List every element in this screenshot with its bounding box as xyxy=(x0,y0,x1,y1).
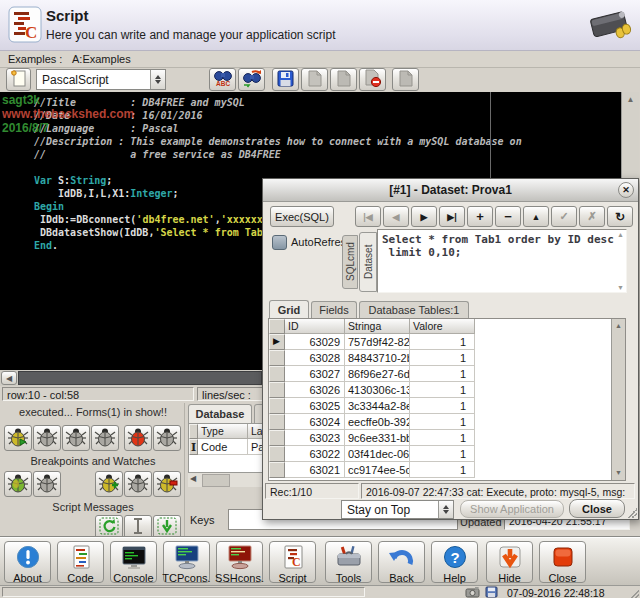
nav-first-button[interactable]: |◀ xyxy=(355,206,381,227)
row-selector[interactable]: ▶ xyxy=(269,334,285,350)
examples-value[interactable]: A:Examples xyxy=(72,53,131,65)
tab-fields[interactable]: Fields xyxy=(311,301,357,318)
toggle-breakpoint-button[interactable] xyxy=(4,471,32,497)
find-button[interactable]: ABC xyxy=(209,68,236,91)
row-selector[interactable] xyxy=(269,366,285,382)
help-button[interactable]: ?Help xyxy=(431,541,478,583)
row-selector[interactable] xyxy=(269,446,285,462)
grid-cell-id[interactable]: 63023 xyxy=(285,430,345,446)
clear-breakpoints-button[interactable] xyxy=(33,471,61,497)
console-button[interactable]: Console xyxy=(110,541,157,583)
sql-command-memo[interactable]: Select * from Tab1 order by ID desc limi… xyxy=(377,229,627,293)
autorefresh-checkbox[interactable] xyxy=(272,235,287,250)
grid-cell-valore[interactable]: 1 xyxy=(410,382,475,398)
code-button[interactable]: Code xyxy=(57,541,104,583)
insert-text-button[interactable] xyxy=(124,515,152,539)
paste-button[interactable] xyxy=(330,68,357,91)
language-select[interactable]: PascalScript xyxy=(36,69,166,90)
grid-cell-id[interactable]: 63028 xyxy=(285,350,345,366)
resize-grip[interactable] xyxy=(627,508,637,518)
grid-cell-stringa[interactable]: cc9174ee-5c5 xyxy=(345,462,410,478)
grid-cell-stringa[interactable]: 86f96e27-6d7 xyxy=(345,366,410,382)
nav-next-button[interactable]: ▶ xyxy=(411,206,437,227)
pause-script-button[interactable] xyxy=(33,425,61,451)
row-selector[interactable] xyxy=(269,350,285,366)
scroll-down-icon[interactable]: ▼ xyxy=(617,284,624,291)
show-application-button[interactable]: Show Application xyxy=(460,500,564,518)
blank-document-button[interactable] xyxy=(392,68,419,91)
nav-edit-button[interactable]: ▲ xyxy=(523,206,549,227)
delete-watch-button[interactable] xyxy=(153,471,181,497)
row-selector[interactable] xyxy=(269,414,285,430)
row-selector[interactable] xyxy=(269,462,285,478)
resize-grip[interactable] xyxy=(630,589,639,598)
scroll-up-icon[interactable]: ▲ xyxy=(622,93,639,107)
scrollbar-thumb[interactable] xyxy=(18,371,262,385)
nav-delete-button[interactable]: − xyxy=(495,206,521,227)
row-selector[interactable] xyxy=(269,398,285,414)
row-selector[interactable] xyxy=(269,430,285,446)
nav-prior-button[interactable]: ◀ xyxy=(383,206,409,227)
nav-post-button[interactable]: ✓ xyxy=(551,206,577,227)
dialog-titlebar[interactable]: [#1] - Dataset: Prova1 ✕ xyxy=(263,179,638,202)
grid-cell-id[interactable]: 63027 xyxy=(285,366,345,382)
scroll-up-icon[interactable]: ▲ xyxy=(617,231,624,238)
grid-cell-stringa[interactable]: 03f41dec-062 xyxy=(345,446,410,462)
grid-cell-valore[interactable]: 1 xyxy=(410,350,475,366)
grid-cell-id[interactable]: 63025 xyxy=(285,398,345,414)
exec-sql-button[interactable]: Exec(SQL) xyxy=(270,206,334,227)
save-button[interactable] xyxy=(272,68,299,91)
row-selector[interactable] xyxy=(269,382,285,398)
grid-cell-stringa[interactable]: eecffe0b-392 xyxy=(345,414,410,430)
run-script-button[interactable] xyxy=(4,425,32,451)
tcp-console-button[interactable]: TCPcons. xyxy=(163,541,210,583)
grid-cell-stringa[interactable]: 4130306c-132 xyxy=(345,382,410,398)
vtab-sqlcmd[interactable]: SQLcmd xyxy=(342,235,358,289)
grid-cell-valore[interactable]: 1 xyxy=(410,366,475,382)
scroll-down-icon[interactable]: ▼ xyxy=(612,466,625,480)
back-button[interactable]: Back xyxy=(378,541,425,583)
column-header-valore[interactable]: Valore xyxy=(410,319,475,334)
export-messages-button[interactable] xyxy=(153,515,181,539)
stay-on-top-spinner[interactable] xyxy=(438,501,453,518)
grid-cell-id[interactable]: 63026 xyxy=(285,382,345,398)
grid-cell-valore[interactable]: 1 xyxy=(410,446,475,462)
grid-cell-id[interactable]: 63024 xyxy=(285,414,345,430)
ssh-console-button[interactable]: SSHcons. xyxy=(216,541,263,583)
grid-cell-valore[interactable]: 1 xyxy=(410,430,475,446)
step-script-button[interactable] xyxy=(62,425,90,451)
camera-icon[interactable] xyxy=(465,586,480,598)
grid-cell-id[interactable]: 63022 xyxy=(285,446,345,462)
grid-cell-stringa[interactable]: 84843710-2b6 xyxy=(345,350,410,366)
grid-cell-id[interactable]: 63021 xyxy=(285,462,345,478)
grid-cell-valore[interactable]: 1 xyxy=(410,414,475,430)
scroll-left-icon[interactable]: ◀ xyxy=(190,474,196,483)
grid-cell-stringa[interactable]: 3c3344a2-8e4 xyxy=(345,398,410,414)
dialog-close-icon[interactable]: ✕ xyxy=(618,182,634,198)
scrollbar-thumb[interactable] xyxy=(202,474,230,487)
column-header-type[interactable]: Type xyxy=(198,424,248,439)
reset-script-button[interactable] xyxy=(153,425,181,451)
column-header-stringa[interactable]: Stringa xyxy=(345,319,410,334)
language-select-spinner[interactable] xyxy=(150,70,165,89)
vtab-dataset[interactable]: Dataset xyxy=(359,232,377,292)
grid-cell-valore[interactable]: 1 xyxy=(410,398,475,414)
close-app-button[interactable]: Close xyxy=(539,541,586,583)
find-replace-button[interactable] xyxy=(238,68,265,91)
new-script-button[interactable] xyxy=(6,68,31,91)
stay-on-top-select[interactable]: Stay on Top xyxy=(341,500,454,519)
nav-cancel-button[interactable]: ✗ xyxy=(579,206,605,227)
tab-database-tables[interactable]: Database Tables:1 xyxy=(359,301,469,318)
dialog-close-button[interactable]: Close xyxy=(569,499,625,518)
tab-database[interactable]: Database xyxy=(188,404,252,423)
grid-vertical-scrollbar[interactable]: ▲ ▼ xyxy=(611,319,625,480)
grid-cell-stringa[interactable]: 9c6ee331-bb0 xyxy=(345,430,410,446)
refresh-messages-button[interactable] xyxy=(95,515,123,539)
nav-last-button[interactable]: ▶| xyxy=(439,206,465,227)
grid-cell-stringa[interactable]: 757d9f42-82f xyxy=(345,334,410,350)
tab-grid[interactable]: Grid xyxy=(269,300,309,318)
add-watch-button[interactable] xyxy=(95,471,123,497)
scroll-up-icon[interactable]: ▲ xyxy=(612,319,625,333)
hide-button[interactable]: Hide xyxy=(486,541,533,583)
grid-cell-valore[interactable]: 1 xyxy=(410,462,475,478)
